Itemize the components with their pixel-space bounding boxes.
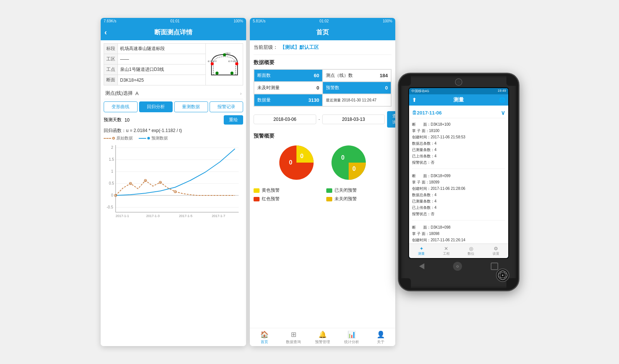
dsg-cell-1: 测点（线）数 184 [323,69,391,82]
status-battery-1: 100% [233,19,243,23]
pie-chart-1: 0 0 [278,144,315,181]
tab-deformation[interactable]: 变形曲线 [104,101,138,112]
svg-point-1 [211,62,214,65]
rugged-phone-wrapper: 中国移动4G 19:49 ⬆ 测量 🌐 🗓 2017-11-06 ∨ [399,74,518,290]
svg-text:0.5: 0.5 [109,181,114,185]
status-battery-2: 100% [383,19,392,23]
grid-icon: ⊞ [291,330,296,339]
upload-icon[interactable]: ⬆ [412,97,417,103]
query-button[interactable]: 查询 [387,111,395,128]
android-nav-bar: ○ [405,259,512,272]
rugged-date-header[interactable]: 🗓 2017-11-06 ∨ [412,108,505,118]
nav-warning-mgmt[interactable]: 🔔 预警管理 [308,328,337,346]
regression-chart: 2 1.5 1 0.5 0 -0.5 2017-1-1 2017-1-3 [104,143,243,218]
record0-line4: 数据总条数：4 [412,140,505,147]
rugged-record-2[interactable]: 断 面：D3K18+098 掌 子 面：18098 创建时间：2017-11-0… [412,224,505,244]
tab-measurement[interactable]: 量测数据 [174,101,208,112]
tab-row: 变形曲线 回归分析 量测数据 报警记录 [104,101,243,112]
dsg-cell-2: 未及时测量 0 [254,82,323,94]
rugged-content: 🗓 2017-11-06 ∨ 断 面：D3K18+100 掌 子 面：18100… [409,106,508,244]
back-arrow-icon[interactable]: ‹ [104,28,107,37]
legend-closed-icon [326,188,332,193]
record0-line5: 已测量条数：4 [412,147,505,153]
recents-button[interactable] [491,263,498,270]
brand-logo [496,269,509,282]
tunnel-diagram-cell: DB1Y 桩.01-桩.02 桩.03-桩.04 [206,44,243,85]
rugged-title: 测量 [453,97,464,103]
svg-point-4 [230,72,233,75]
chevron-down-icon: ∨ [501,109,505,116]
status-time-1: 01:01 [170,19,180,23]
svg-text:2017-1-5: 2017-1-5 [179,214,192,218]
nav-about[interactable]: 👤 关于 [366,328,395,346]
rugged-nav-project[interactable]: ✕ 工程 [434,245,459,257]
field-label-2: 工点 [104,65,118,75]
tab-regression[interactable]: 回归分析 [139,101,173,112]
tab-warning[interactable]: 报警记录 [210,101,243,112]
corner-br [506,278,517,289]
rugged-nav-data-label: 数位 [468,251,474,256]
dsg-label-1: 测点（线）数 [326,72,353,79]
rugged-nav-settings[interactable]: ⚙ 设置 [484,245,509,257]
svg-text:0: 0 [341,154,345,161]
field-label-1: 工区 [104,54,118,65]
date-to-input[interactable] [322,114,385,124]
selector-arrow-icon: › [240,91,242,96]
pie-container: 0 0 0 0 [254,144,392,181]
svg-text:桩.01-桩.02: 桩.01-桩.02 [208,60,217,62]
svg-text:2017-1-3: 2017-1-3 [146,214,160,218]
measurement-selector[interactable]: 测点(线)选择 A › [104,88,243,99]
home-icon: 🏠 [260,330,268,339]
rugged-bottom-nav: ✦ 测量 ✕ 工程 ◎ 数位 ⚙ 设置 [409,244,508,258]
svg-text:0: 0 [352,166,356,172]
chart-icon: 📊 [348,330,356,339]
dsg-cell-0: 断面数 60 [254,69,323,82]
legend-red-icon [254,197,260,201]
user-icon: 👤 [377,330,385,339]
nav-stats[interactable]: 📊 统计分析 [337,328,366,346]
rugged-nav-data[interactable]: ◎ 数位 [459,245,484,257]
status-left-1: 7.69K/s [104,19,116,23]
rugged-screen: 中国移动4G 19:49 ⬆ 测量 🌐 🗓 2017-11-06 ∨ [408,87,509,259]
current-level-value: 【测试】默认工区 [280,44,319,51]
chart-svg: 2 1.5 1 0.5 0 -0.5 2017-1-1 2017-1-3 [104,143,243,218]
bottom-nav-2: 🏠 首页 ⊞ 数据查询 🔔 预警管理 📊 统计分析 👤 关于 [250,328,395,346]
screen2-content: 当前层级： 【测试】默认工区 数据概要 断面数 60 测点（线）数 184 未及… [250,40,395,328]
corner-tl [400,75,411,86]
measurement-label: 测点(线)选择 [105,90,133,97]
home-button[interactable]: ○ [453,262,462,271]
svg-text:DB1Y: DB1Y [226,52,231,54]
measurement-value: A [135,91,139,96]
rugged-date: 2017-11-06 [417,110,442,116]
rugged-phone: 中国移动4G 19:49 ⬆ 测量 🌐 🗓 2017-11-06 ∨ [399,74,518,290]
dsg-val-0: 60 [314,73,319,78]
record2-line3: 创建时间：2017-11-06 21:26:14 [412,237,505,243]
legend-unclosed-label: 未关闭预警 [334,196,357,202]
status-bar-1: 7.69K/s 01:01 100% [101,18,246,24]
rugged-nav-measure-label: 测量 [418,251,425,256]
rugged-record-1[interactable]: 断 面：D3K18+099 掌 子 面：18099 创建时间：2017-11-0… [412,173,505,220]
back-button[interactable] [419,263,424,269]
rugged-nav-measure[interactable]: ✦ 测量 [409,245,434,257]
screen1-header: ‹ 断面测点详情 [101,24,246,40]
rugged-header: ⬆ 测量 🌐 [409,94,508,106]
record2-line1: 断 面：D3K18+098 [412,224,505,230]
nav-stats-label: 统计分析 [344,339,359,345]
nav-home[interactable]: 🏠 首页 [250,328,279,346]
nav-data-query-label: 数据查询 [286,339,301,345]
warning-summary-title: 预警概要 [254,133,392,139]
rugged-record-0[interactable]: 断 面：D3K18+100 掌 子 面：18100 创建时间：2017-11-0… [412,121,505,169]
date-from-input[interactable] [254,114,316,124]
status-time-2: 01:02 [320,19,329,23]
svg-text:0: 0 [111,193,113,197]
svg-text:2017-1-1: 2017-1-1 [116,214,129,218]
prediction-value: 10 [125,117,129,123]
globe-icon[interactable]: 🌐 [499,97,505,103]
predict-button[interactable]: 重绘 [224,115,243,125]
nav-warning-label: 预警管理 [315,339,330,345]
svg-text:1: 1 [111,169,113,173]
bell-icon: 🔔 [318,330,327,339]
legend-original-label: 原始数据 [116,135,133,141]
nav-data-query[interactable]: ⊞ 数据查询 [279,328,308,346]
screen2-title: 首页 [316,28,329,37]
